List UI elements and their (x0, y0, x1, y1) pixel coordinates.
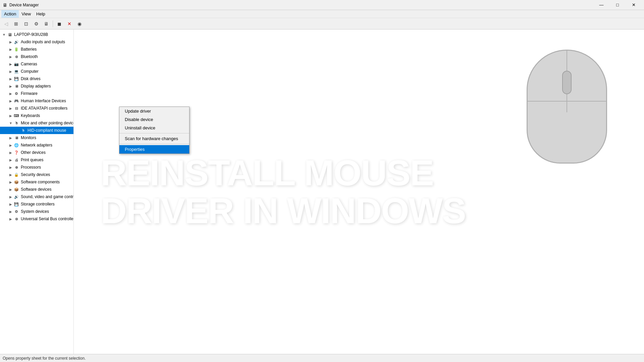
tree-item-mice[interactable]: ▼ 🖱 Mice and other pointing devices (0, 119, 73, 127)
mice-icon: 🖱 (13, 120, 19, 126)
overlay-title-line1: REINSTALL MOUSE (101, 154, 433, 192)
status-bar: Opens property sheet for the current sel… (0, 354, 644, 362)
hid-expand-icon: ▶ (8, 98, 13, 104)
tree-item-security[interactable]: ▶ 🔒 Security devices (0, 171, 73, 178)
toolbar-remove-btn[interactable]: ✕ (65, 19, 74, 28)
close-button[interactable]: ✕ (626, 0, 641, 10)
tree-other-label: Other devices (21, 150, 46, 155)
tree-softwarecomp-label: Software components (21, 180, 60, 184)
sound-icon: 🔊 (13, 194, 19, 200)
toolbar-separator (53, 20, 53, 27)
menu-view[interactable]: View (19, 10, 34, 18)
tree-item-other[interactable]: ▶ ❓ Other devices (0, 149, 73, 156)
monitors-icon: 🖥 (13, 135, 19, 141)
diskdrives-icon: 💾 (13, 76, 19, 82)
toolbar-stop-btn[interactable]: ◼ (55, 19, 64, 28)
ctx-uninstall-device[interactable]: Uninstall device (119, 124, 189, 132)
processors-expand-icon: ▶ (8, 165, 13, 170)
tree-item-display[interactable]: ▶ 🖥 Display adapters (0, 82, 73, 90)
tree-item-ide[interactable]: ▶ ⊟ IDE ATA/ATAPI controllers (0, 105, 73, 112)
tree-system-label: System devices (21, 209, 49, 214)
other-expand-icon: ▶ (8, 150, 13, 155)
tree-item-print[interactable]: ▶ 🖨 Print queues (0, 156, 73, 164)
tree-item-monitors[interactable]: ▶ 🖥 Monitors (0, 134, 73, 141)
audio-icon: 🔊 (13, 39, 19, 45)
firmware-expand-icon: ▶ (8, 91, 13, 96)
network-expand-icon: ▶ (8, 142, 13, 148)
tree-item-computer[interactable]: ▶ 💻 Computer (0, 68, 73, 75)
softwarecomp-expand-icon: ▶ (8, 179, 13, 185)
tree-item-hid-mouse[interactable]: ▶ 🖱 HID-compliant mouse (0, 127, 73, 134)
softwarecomp-icon: 📦 (13, 179, 19, 185)
tree-processors-label: Processors (21, 165, 41, 170)
menu-help[interactable]: Help (34, 10, 48, 18)
tree-item-diskdrives[interactable]: ▶ 💾 Disk drives (0, 75, 73, 82)
tree-item-softwaredev[interactable]: ▶ 📦 Software devices (0, 186, 73, 193)
ctx-disable-device[interactable]: Disable device (119, 115, 189, 124)
tree-bluetooth-label: Bluetooth (21, 54, 38, 59)
tree-item-keyboards[interactable]: ▶ ⌨ Keyboards (0, 112, 73, 119)
maximize-button[interactable]: □ (610, 0, 625, 10)
cameras-expand-icon: ▶ (8, 61, 13, 67)
system-icon: ⚙ (13, 208, 19, 215)
tree-security-label: Security devices (21, 172, 50, 177)
storage-icon: 💾 (13, 201, 19, 207)
toolbar-back-btn[interactable]: ◁ (1, 19, 11, 28)
network-icon: 🌐 (13, 142, 19, 148)
toolbar-update-btn[interactable]: ⊡ (21, 19, 31, 28)
hid-icon: 🎮 (13, 98, 19, 104)
status-text: Opens property sheet for the current sel… (3, 356, 86, 361)
tree-keyboards-label: Keyboards (21, 113, 40, 118)
tree-ide-label: IDE ATA/ATAPI controllers (21, 106, 67, 111)
tree-mice-label: Mice and other pointing devices (21, 121, 74, 125)
tree-item-processors[interactable]: ▶ ⊕ Processors (0, 164, 73, 171)
tree-item-sound[interactable]: ▶ 🔊 Sound, video and game controllers (0, 193, 73, 200)
keyboards-icon: ⌨ (13, 113, 19, 119)
audio-expand-icon: ▶ (8, 39, 13, 45)
tree-item-hid[interactable]: ▶ 🎮 Human Interface Devices (0, 97, 73, 105)
softwaredev-expand-icon: ▶ (8, 187, 13, 192)
tree-item-bluetooth[interactable]: ▶ ⊛ Bluetooth (0, 53, 73, 60)
tree-hid-mouse-label: HID-compliant mouse (28, 128, 66, 133)
tree-firmware-label: Firmware (21, 91, 38, 96)
toolbar-computer-btn[interactable]: 🖥 (42, 19, 51, 28)
batteries-icon: 🔋 (13, 46, 19, 52)
toolbar-scan-btn[interactable]: ◉ (75, 19, 84, 28)
tree-audio-label: Audio inputs and outputs (21, 40, 65, 44)
ide-icon: ⊟ (13, 105, 19, 111)
root-icon: 🖥 (7, 32, 13, 38)
mouse-illustration (517, 50, 617, 177)
ctx-separator-1 (119, 133, 189, 133)
ctx-scan-hardware[interactable]: Scan for hardware changes (119, 134, 189, 143)
toolbar-properties-btn[interactable]: ⊞ (11, 19, 21, 28)
tree-item-storage[interactable]: ▶ 💾 Storage controllers (0, 200, 73, 208)
toolbar-settings-btn[interactable]: ⚙ (32, 19, 41, 28)
ctx-separator-2 (119, 144, 189, 144)
window-icon: 🖥 (3, 2, 7, 8)
ctx-update-driver[interactable]: Update driver (119, 107, 189, 115)
menu-action[interactable]: Action (1, 10, 19, 18)
toolbar: ◁ ⊞ ⊡ ⚙ 🖥 ◼ ✕ ◉ (0, 18, 644, 29)
tree-item-usb[interactable]: ▶ ⊛ Universal Serial Bus controllers (0, 215, 73, 223)
tree-item-softwarecomp[interactable]: ▶ 📦 Software components (0, 178, 73, 186)
bluetooth-expand-icon: ▶ (8, 54, 13, 59)
minimize-button[interactable]: — (594, 0, 609, 10)
title-bar-left: 🖥 Device Manager (3, 2, 39, 8)
display-expand-icon: ▶ (8, 83, 13, 89)
ide-expand-icon: ▶ (8, 106, 13, 111)
tree-item-batteries[interactable]: ▶ 🔋 Batteries (0, 46, 73, 53)
tree-sound-label: Sound, video and game controllers (21, 194, 74, 199)
mouse-body (527, 50, 607, 164)
tree-item-system[interactable]: ▶ ⚙ System devices (0, 208, 73, 215)
diskdrives-expand-icon: ▶ (8, 76, 13, 81)
tree-display-label: Display adapters (21, 84, 51, 88)
tree-root[interactable]: ▼ 🖥 LAPTOP-9I3IU28B (0, 31, 73, 38)
usb-expand-icon: ▶ (8, 216, 13, 222)
ctx-properties[interactable]: Properties (119, 145, 189, 154)
tree-computer-label: Computer (21, 69, 39, 74)
tree-item-network[interactable]: ▶ 🌐 Network adapters (0, 141, 73, 149)
tree-item-firmware[interactable]: ▶ ⚙ Firmware (0, 90, 73, 97)
tree-item-audio[interactable]: ▶ 🔊 Audio inputs and outputs (0, 38, 73, 46)
mouse-scroll-wheel (562, 71, 572, 94)
tree-item-cameras[interactable]: ▶ 📷 Cameras (0, 60, 73, 68)
